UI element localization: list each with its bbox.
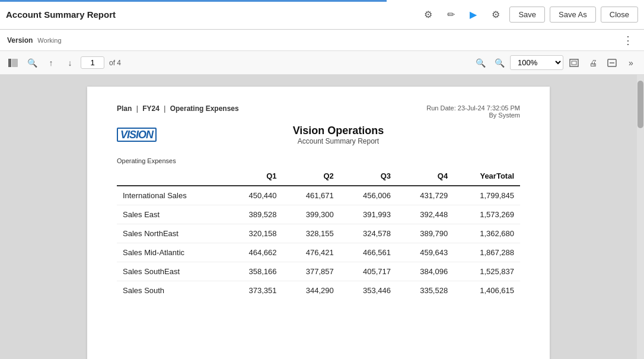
version-bar: Version Working ⋮: [0, 30, 644, 51]
cell-q3: 456,006: [340, 186, 397, 205]
report-breadcrumb: Plan | FY24 | Operating Expenses: [117, 104, 239, 113]
table-row: Sales East 389,528 399,300 391,993 392,4…: [117, 205, 520, 224]
report-table: Q1 Q2 Q3 Q4 YearTotal International Sale…: [117, 168, 520, 300]
version-label: Version: [7, 36, 33, 45]
table-row: Sales NorthEast 320,158 328,155 324,578 …: [117, 224, 520, 243]
cell-name: Sales Mid-Atlantic: [117, 243, 225, 262]
export-icon[interactable]: [604, 55, 620, 71]
settings-wheel-icon[interactable]: ⚙: [419, 6, 437, 24]
cell-q2: 328,155: [283, 224, 340, 243]
cell-q1: 320,158: [225, 224, 282, 243]
svg-rect-2: [570, 59, 578, 66]
svg-rect-1: [12, 59, 18, 67]
cell-total: 1,406,615: [454, 281, 520, 300]
version-bar-actions: ⋮: [619, 33, 637, 48]
cell-name: Sales South: [117, 281, 225, 300]
more-options-icon[interactable]: ⋮: [619, 33, 637, 48]
search-icon[interactable]: 🔍: [24, 55, 40, 71]
zoom-out-icon[interactable]: 🔍: [472, 55, 489, 71]
col-header-q2: Q2: [283, 168, 340, 186]
col-header-q4: Q4: [397, 168, 454, 186]
cell-q4: 392,448: [397, 205, 454, 224]
zoom-in-icon[interactable]: 🔍: [491, 55, 508, 71]
table-row: Sales Mid-Atlantic 464,662 476,421 466,5…: [117, 243, 520, 262]
report-run-info: Run Date: 23-Jul-24 7:32:05 PM By System: [426, 104, 520, 119]
report-logo: VISION: [117, 128, 157, 142]
svg-rect-0: [8, 59, 11, 67]
cell-q1: 464,662: [225, 243, 282, 262]
cell-q3: 405,717: [340, 262, 397, 281]
edit-icon[interactable]: ✏: [442, 6, 460, 24]
vision-logo-text: VISION: [117, 128, 157, 142]
cell-q1: 373,351: [225, 281, 282, 300]
page-title: Account Summary Report: [6, 9, 419, 20]
col-header-total: YearTotal: [454, 168, 520, 186]
save-button[interactable]: Save: [509, 7, 545, 23]
col-header-q1: Q1: [225, 168, 282, 186]
cell-q2: 476,421: [283, 243, 340, 262]
col-header-q3: Q3: [340, 168, 397, 186]
cell-name: Sales SouthEast: [117, 262, 225, 281]
cell-q1: 358,166: [225, 262, 282, 281]
report-title-block: Vision Operations Account Summary Report: [157, 125, 520, 145]
report-page: Plan | FY24 | Operating Expenses Run Dat…: [87, 87, 550, 359]
print-icon[interactable]: 🖨: [585, 55, 601, 71]
side-scrollbar[interactable]: [637, 75, 644, 359]
svg-rect-3: [572, 61, 576, 65]
cell-q4: 335,528: [397, 281, 454, 300]
cell-name: Sales NorthEast: [117, 224, 225, 243]
report-scroll[interactable]: Plan | FY24 | Operating Expenses Run Dat…: [0, 75, 637, 359]
table-row: International Sales 450,440 461,671 456,…: [117, 186, 520, 205]
cell-name: International Sales: [117, 186, 225, 205]
page-down-icon[interactable]: ↓: [62, 55, 78, 71]
page-input[interactable]: [81, 56, 104, 69]
report-sub-title: Account Summary Report: [157, 137, 520, 145]
more-tools-icon[interactable]: »: [623, 55, 639, 71]
play-icon[interactable]: ▶: [464, 6, 482, 24]
gear-icon[interactable]: ⚙: [487, 6, 505, 24]
close-button[interactable]: Close: [601, 7, 638, 23]
scrollbar-thumb: [637, 81, 643, 128]
cell-total: 1,362,680: [454, 224, 520, 243]
page-up-icon[interactable]: ↑: [43, 55, 59, 71]
title-bar-actions: ⚙ ✏ ▶ ⚙ Save Save As Close: [419, 6, 638, 24]
cell-name: Sales East: [117, 205, 225, 224]
cell-q3: 391,993: [340, 205, 397, 224]
toolbar: 🔍 ↑ ↓ of 4 🔍 🔍 100% 50% 75% 125% 150% 20…: [0, 51, 644, 75]
toggle-panel-icon[interactable]: [5, 55, 21, 71]
cell-q2: 461,671: [283, 186, 340, 205]
cell-q2: 399,300: [283, 205, 340, 224]
cell-q3: 324,578: [340, 224, 397, 243]
progress-bar: [0, 0, 387, 2]
page-total: of 4: [109, 59, 121, 67]
cell-q1: 389,528: [225, 205, 282, 224]
cell-total: 1,573,269: [454, 205, 520, 224]
col-header-name: [117, 168, 225, 186]
cell-q4: 384,096: [397, 262, 454, 281]
cell-q4: 459,643: [397, 243, 454, 262]
report-meta-top: Plan | FY24 | Operating Expenses Run Dat…: [117, 104, 520, 119]
report-main-title: Vision Operations: [157, 125, 520, 137]
cell-q3: 353,446: [340, 281, 397, 300]
fit-page-icon[interactable]: [566, 55, 582, 71]
zoom-select[interactable]: 100% 50% 75% 125% 150% 200%: [510, 55, 563, 70]
table-row: Sales South 373,351 344,290 353,446 335,…: [117, 281, 520, 300]
cell-total: 1,525,837: [454, 262, 520, 281]
report-container: Plan | FY24 | Operating Expenses Run Dat…: [0, 75, 644, 359]
report-header-row: VISION Vision Operations Account Summary…: [117, 125, 520, 145]
cell-q2: 344,290: [283, 281, 340, 300]
cell-total: 1,799,845: [454, 186, 520, 205]
title-bar: Account Summary Report ⚙ ✏ ▶ ⚙ Save Save…: [0, 0, 644, 30]
cell-total: 1,867,288: [454, 243, 520, 262]
cell-q1: 450,440: [225, 186, 282, 205]
version-status: Working: [37, 37, 61, 44]
cell-q3: 466,561: [340, 243, 397, 262]
save-as-button[interactable]: Save As: [550, 7, 596, 23]
cell-q2: 377,857: [283, 262, 340, 281]
table-row: Sales SouthEast 358,166 377,857 405,717 …: [117, 262, 520, 281]
cell-q4: 431,729: [397, 186, 454, 205]
report-section-label: Operating Expenses: [117, 157, 520, 164]
cell-q4: 389,790: [397, 224, 454, 243]
